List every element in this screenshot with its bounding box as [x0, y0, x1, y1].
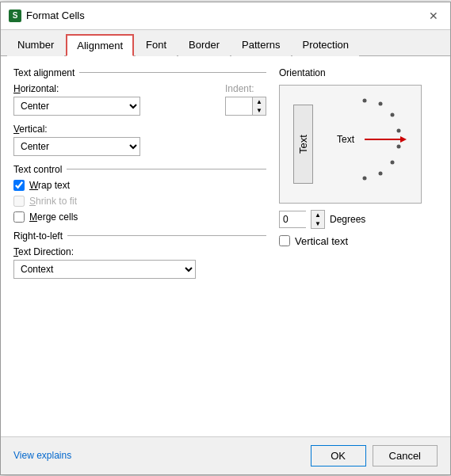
app-icon: S — [9, 10, 21, 22]
rtl-section-label: Right-to-left — [13, 230, 266, 242]
indent-label: Indent: — [225, 83, 266, 94]
tab-bar: Number Alignment Font Border Patterns Pr… — [1, 30, 450, 56]
tab-font[interactable]: Font — [136, 34, 177, 56]
indent-group: Indent: 0 ▲ ▼ — [225, 83, 266, 116]
degrees-spinner-btns: ▲ ▼ — [311, 210, 325, 229]
vertical-text-label: Vertical text — [295, 235, 348, 247]
tab-number[interactable]: Number — [7, 34, 64, 56]
degrees-row: ▲ ▼ Degrees — [279, 210, 438, 229]
svg-point-4 — [396, 144, 400, 148]
vertical-field-group: Vertical: Top Center Bottom Justify Dist… — [13, 124, 266, 156]
horizontal-row: Horizontal: General Left Center Right Fi… — [13, 83, 266, 116]
title-bar-left: S Format Cells — [9, 10, 85, 22]
vertical-text-row: Vertical text — [279, 235, 438, 247]
format-cells-dialog: S Format Cells ✕ Number Alignment Font B… — [0, 2, 451, 475]
degrees-down-button[interactable]: ▼ — [311, 219, 324, 228]
vertical-label: Vertical: — [13, 124, 266, 135]
indent-spinner-btns: ▲ ▼ — [252, 97, 266, 116]
view-explains-link[interactable]: View explains — [13, 450, 71, 461]
orientation-dial[interactable]: Text — [321, 93, 408, 196]
rtl-section: Right-to-left Text Direction: Context Le… — [13, 230, 266, 279]
wrap-text-row: Wrap text — [13, 180, 266, 191]
left-panel: Text alignment Horizontal: General Left … — [13, 67, 266, 425]
text-direction-select[interactable]: Context Left-to-Right Right-to-Left — [13, 260, 196, 279]
text-alignment-section-label: Text alignment — [13, 67, 266, 78]
text-control-section: Text control Wrap text Shrink to fit Mer… — [13, 164, 266, 223]
tab-protection[interactable]: Protection — [292, 34, 360, 56]
shrink-to-fit-label: Shrink to fit — [29, 196, 77, 207]
orientation-vertical-text: Text — [293, 105, 313, 184]
wrap-text-label: Wrap text — [29, 180, 70, 191]
wrap-text-checkbox[interactable] — [13, 180, 25, 191]
horizontal-label: Horizontal: — [13, 83, 219, 94]
svg-point-0 — [362, 98, 366, 102]
indent-down-button[interactable]: ▼ — [253, 106, 266, 115]
degrees-label: Degrees — [330, 214, 365, 225]
indent-input[interactable]: 0 — [225, 97, 252, 116]
horizontal-select[interactable]: General Left Center Right Fill Justify C… — [13, 97, 140, 116]
dialog-title: Format Cells — [26, 10, 85, 21]
shrink-to-fit-checkbox[interactable] — [13, 196, 25, 207]
tab-patterns[interactable]: Patterns — [231, 34, 290, 56]
indent-up-button[interactable]: ▲ — [253, 97, 266, 106]
title-bar: S Format Cells ✕ — [1, 2, 450, 30]
merge-cells-checkbox[interactable] — [13, 211, 25, 223]
tab-alignment[interactable]: Alignment — [66, 34, 134, 56]
merge-cells-row: Merge cells — [13, 211, 266, 223]
vertical-text-checkbox[interactable] — [279, 235, 290, 246]
horizontal-field-group: Horizontal: General Left Center Right Fi… — [13, 83, 266, 116]
tab-border[interactable]: Border — [178, 34, 230, 56]
svg-point-5 — [390, 160, 394, 164]
svg-point-1 — [378, 101, 382, 105]
indent-spinner: 0 ▲ ▼ — [225, 97, 266, 116]
text-control-section-label: Text control — [13, 164, 266, 175]
orientation-box: Text Text — [279, 85, 422, 204]
svg-point-7 — [362, 176, 366, 180]
cancel-button[interactable]: Cancel — [373, 445, 438, 466]
bottom-bar: View explains OK Cancel — [1, 436, 450, 474]
text-direction-label: Text Direction: — [13, 246, 266, 257]
shrink-to-fit-row: Shrink to fit — [13, 196, 266, 207]
ok-button[interactable]: OK — [311, 445, 366, 466]
degrees-up-button[interactable]: ▲ — [311, 211, 324, 219]
svg-point-6 — [378, 171, 382, 175]
svg-point-3 — [396, 128, 400, 132]
right-panel: Orientation Text — [279, 67, 438, 425]
svg-marker-9 — [400, 136, 407, 143]
vertical-select[interactable]: Top Center Bottom Justify Distributed — [13, 137, 140, 156]
orientation-title: Orientation — [279, 67, 438, 78]
dialog-content: Text alignment Horizontal: General Left … — [1, 56, 450, 436]
svg-point-2 — [390, 112, 394, 116]
dialog-buttons: OK Cancel — [311, 445, 438, 466]
close-button[interactable]: ✕ — [425, 7, 442, 25]
merge-cells-label: Merge cells — [29, 211, 78, 223]
degrees-input[interactable] — [279, 211, 306, 228]
svg-text:Text: Text — [337, 134, 355, 145]
